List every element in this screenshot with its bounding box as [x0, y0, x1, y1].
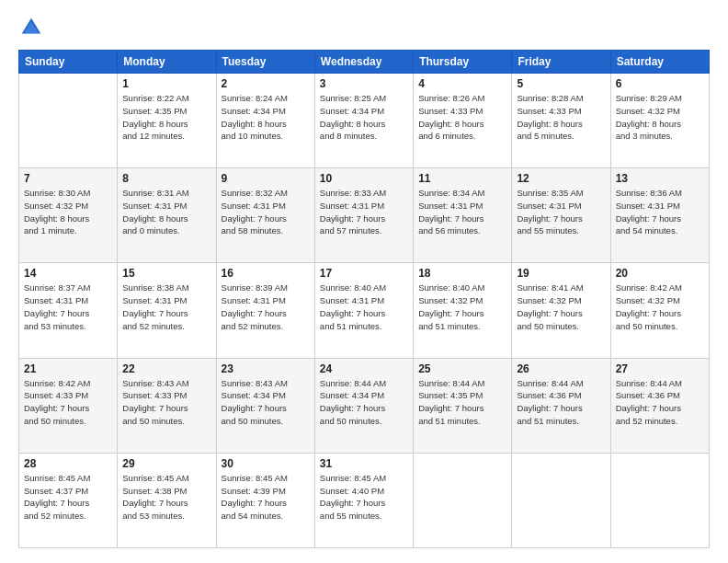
- calendar-cell: 13Sunrise: 8:36 AMSunset: 4:31 PMDayligh…: [610, 168, 709, 263]
- day-number: 21: [24, 362, 112, 375]
- calendar-cell: [610, 453, 709, 547]
- day-number: 6: [616, 77, 704, 90]
- day-info: Sunrise: 8:42 AMSunset: 4:32 PMDaylight:…: [616, 282, 704, 332]
- day-number: 11: [418, 172, 506, 185]
- page: SundayMondayTuesdayWednesdayThursdayFrid…: [0, 0, 728, 563]
- day-number: 25: [418, 362, 506, 375]
- logo: [18, 15, 48, 40]
- calendar-cell: 27Sunrise: 8:44 AMSunset: 4:36 PMDayligh…: [610, 358, 709, 453]
- day-info: Sunrise: 8:40 AMSunset: 4:32 PMDaylight:…: [418, 282, 506, 332]
- day-number: 26: [517, 362, 605, 375]
- day-number: 27: [616, 362, 704, 375]
- calendar-header-saturday: Saturday: [610, 51, 709, 74]
- day-info: Sunrise: 8:26 AMSunset: 4:33 PMDaylight:…: [418, 92, 506, 143]
- calendar-cell: 19Sunrise: 8:41 AMSunset: 4:32 PMDayligh…: [512, 263, 610, 358]
- calendar-header-wednesday: Wednesday: [314, 51, 413, 74]
- calendar-cell: 12Sunrise: 8:35 AMSunset: 4:31 PMDayligh…: [512, 168, 610, 263]
- calendar-cell: 21Sunrise: 8:42 AMSunset: 4:33 PMDayligh…: [19, 358, 118, 453]
- day-number: 14: [24, 267, 112, 280]
- calendar-week-5: 28Sunrise: 8:45 AMSunset: 4:37 PMDayligh…: [19, 453, 710, 547]
- day-info: Sunrise: 8:36 AMSunset: 4:31 PMDaylight:…: [616, 187, 704, 237]
- calendar-cell: 1Sunrise: 8:22 AMSunset: 4:35 PMDaylight…: [118, 74, 216, 168]
- calendar-cell: 28Sunrise: 8:45 AMSunset: 4:37 PMDayligh…: [19, 453, 118, 547]
- calendar-header-sunday: Sunday: [19, 51, 118, 74]
- calendar-cell: 10Sunrise: 8:33 AMSunset: 4:31 PMDayligh…: [314, 168, 413, 263]
- calendar-cell: 31Sunrise: 8:45 AMSunset: 4:40 PMDayligh…: [314, 453, 413, 547]
- calendar-cell: 18Sunrise: 8:40 AMSunset: 4:32 PMDayligh…: [414, 263, 512, 358]
- day-info: Sunrise: 8:45 AMSunset: 4:38 PMDaylight:…: [122, 472, 210, 523]
- day-info: Sunrise: 8:29 AMSunset: 4:32 PMDaylight:…: [616, 92, 704, 143]
- day-info: Sunrise: 8:44 AMSunset: 4:34 PMDaylight:…: [320, 377, 408, 428]
- calendar-cell: 24Sunrise: 8:44 AMSunset: 4:34 PMDayligh…: [314, 358, 413, 453]
- day-info: Sunrise: 8:40 AMSunset: 4:31 PMDaylight:…: [320, 282, 408, 332]
- calendar-cell: 8Sunrise: 8:31 AMSunset: 4:31 PMDaylight…: [118, 168, 216, 263]
- day-info: Sunrise: 8:44 AMSunset: 4:35 PMDaylight:…: [418, 377, 506, 428]
- calendar-week-1: 1Sunrise: 8:22 AMSunset: 4:35 PMDaylight…: [19, 74, 710, 168]
- day-number: 17: [320, 267, 408, 280]
- calendar-cell: 20Sunrise: 8:42 AMSunset: 4:32 PMDayligh…: [610, 263, 709, 358]
- day-info: Sunrise: 8:42 AMSunset: 4:33 PMDaylight:…: [24, 377, 112, 428]
- day-info: Sunrise: 8:44 AMSunset: 4:36 PMDaylight:…: [517, 377, 605, 428]
- calendar-cell: 29Sunrise: 8:45 AMSunset: 4:38 PMDayligh…: [118, 453, 216, 547]
- calendar-header-thursday: Thursday: [414, 51, 512, 74]
- day-number: 19: [517, 267, 605, 280]
- day-info: Sunrise: 8:37 AMSunset: 4:31 PMDaylight:…: [24, 282, 112, 332]
- calendar-cell: 7Sunrise: 8:30 AMSunset: 4:32 PMDaylight…: [19, 168, 118, 263]
- day-info: Sunrise: 8:45 AMSunset: 4:39 PMDaylight:…: [222, 472, 310, 523]
- calendar-cell: [19, 74, 118, 168]
- day-info: Sunrise: 8:35 AMSunset: 4:31 PMDaylight:…: [517, 187, 605, 237]
- day-number: 15: [122, 267, 210, 280]
- day-number: 29: [122, 457, 210, 470]
- day-info: Sunrise: 8:38 AMSunset: 4:31 PMDaylight:…: [122, 282, 210, 332]
- day-number: 24: [320, 362, 408, 375]
- calendar-header-tuesday: Tuesday: [216, 51, 314, 74]
- calendar-header-monday: Monday: [118, 51, 216, 74]
- day-info: Sunrise: 8:44 AMSunset: 4:36 PMDaylight:…: [616, 377, 704, 428]
- calendar-cell: 11Sunrise: 8:34 AMSunset: 4:31 PMDayligh…: [414, 168, 512, 263]
- day-info: Sunrise: 8:34 AMSunset: 4:31 PMDaylight:…: [418, 187, 506, 237]
- calendar-cell: 6Sunrise: 8:29 AMSunset: 4:32 PMDaylight…: [610, 74, 709, 168]
- day-info: Sunrise: 8:24 AMSunset: 4:34 PMDaylight:…: [222, 92, 310, 143]
- day-info: Sunrise: 8:30 AMSunset: 4:32 PMDaylight:…: [24, 187, 112, 237]
- day-number: 16: [222, 267, 310, 280]
- day-number: 23: [222, 362, 310, 375]
- day-info: Sunrise: 8:45 AMSunset: 4:37 PMDaylight:…: [24, 472, 112, 523]
- calendar-week-4: 21Sunrise: 8:42 AMSunset: 4:33 PMDayligh…: [19, 358, 710, 453]
- day-number: 9: [222, 172, 310, 185]
- calendar-cell: 5Sunrise: 8:28 AMSunset: 4:33 PMDaylight…: [512, 74, 610, 168]
- day-number: 22: [122, 362, 210, 375]
- day-number: 4: [418, 77, 506, 90]
- calendar-cell: [414, 453, 512, 547]
- calendar-cell: 23Sunrise: 8:43 AMSunset: 4:34 PMDayligh…: [216, 358, 314, 453]
- day-number: 28: [24, 457, 112, 470]
- calendar-cell: 2Sunrise: 8:24 AMSunset: 4:34 PMDaylight…: [216, 74, 314, 168]
- calendar-header-friday: Friday: [512, 51, 610, 74]
- calendar-cell: 9Sunrise: 8:32 AMSunset: 4:31 PMDaylight…: [216, 168, 314, 263]
- calendar-cell: 3Sunrise: 8:25 AMSunset: 4:34 PMDaylight…: [314, 74, 413, 168]
- calendar-table: SundayMondayTuesdayWednesdayThursdayFrid…: [18, 50, 710, 548]
- day-info: Sunrise: 8:45 AMSunset: 4:40 PMDaylight:…: [320, 472, 408, 523]
- calendar-cell: 15Sunrise: 8:38 AMSunset: 4:31 PMDayligh…: [118, 263, 216, 358]
- calendar-header-row: SundayMondayTuesdayWednesdayThursdayFrid…: [19, 51, 710, 74]
- day-info: Sunrise: 8:25 AMSunset: 4:34 PMDaylight:…: [320, 92, 408, 143]
- calendar-cell: 25Sunrise: 8:44 AMSunset: 4:35 PMDayligh…: [414, 358, 512, 453]
- day-number: 18: [418, 267, 506, 280]
- calendar-cell: 26Sunrise: 8:44 AMSunset: 4:36 PMDayligh…: [512, 358, 610, 453]
- calendar-cell: 14Sunrise: 8:37 AMSunset: 4:31 PMDayligh…: [19, 263, 118, 358]
- calendar-cell: 17Sunrise: 8:40 AMSunset: 4:31 PMDayligh…: [314, 263, 413, 358]
- day-info: Sunrise: 8:43 AMSunset: 4:34 PMDaylight:…: [222, 377, 310, 428]
- day-number: 20: [616, 267, 704, 280]
- day-number: 3: [320, 77, 408, 90]
- day-number: 30: [222, 457, 310, 470]
- header: [18, 15, 710, 40]
- calendar-cell: [512, 453, 610, 547]
- day-info: Sunrise: 8:41 AMSunset: 4:32 PMDaylight:…: [517, 282, 605, 332]
- day-number: 7: [24, 172, 112, 185]
- day-number: 12: [517, 172, 605, 185]
- day-info: Sunrise: 8:31 AMSunset: 4:31 PMDaylight:…: [122, 187, 210, 237]
- day-info: Sunrise: 8:22 AMSunset: 4:35 PMDaylight:…: [122, 92, 210, 143]
- calendar-week-2: 7Sunrise: 8:30 AMSunset: 4:32 PMDaylight…: [19, 168, 710, 263]
- logo-icon: [18, 15, 44, 40]
- day-info: Sunrise: 8:32 AMSunset: 4:31 PMDaylight:…: [222, 187, 310, 237]
- day-number: 31: [320, 457, 408, 470]
